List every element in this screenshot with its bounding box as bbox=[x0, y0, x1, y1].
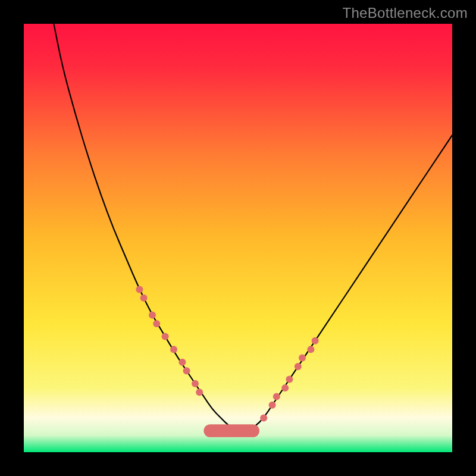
chart-svg bbox=[24, 24, 452, 452]
data-dot bbox=[162, 333, 169, 340]
data-dot bbox=[178, 359, 186, 366]
data-dot bbox=[149, 312, 156, 319]
plot-area bbox=[24, 24, 452, 452]
data-dot bbox=[307, 346, 314, 353]
data-dot bbox=[183, 367, 190, 374]
data-dot bbox=[312, 337, 319, 345]
data-dot bbox=[192, 380, 199, 387]
data-dot bbox=[153, 320, 160, 327]
data-dot bbox=[286, 376, 293, 383]
chart-frame: TheBottleneck.com bbox=[0, 0, 476, 476]
data-dot bbox=[281, 384, 289, 392]
data-dot bbox=[196, 389, 203, 396]
watermark-text: TheBottleneck.com bbox=[342, 5, 468, 21]
bottom-band bbox=[203, 424, 259, 437]
data-dot bbox=[140, 295, 148, 302]
bottom-band-rect bbox=[203, 424, 259, 437]
data-dot bbox=[295, 363, 302, 370]
data-dot bbox=[273, 393, 280, 400]
gradient-background bbox=[24, 24, 452, 452]
data-dot bbox=[136, 286, 143, 293]
data-dot bbox=[299, 355, 306, 362]
data-dot bbox=[170, 346, 177, 353]
data-dot bbox=[269, 402, 276, 409]
data-dot bbox=[260, 414, 267, 421]
